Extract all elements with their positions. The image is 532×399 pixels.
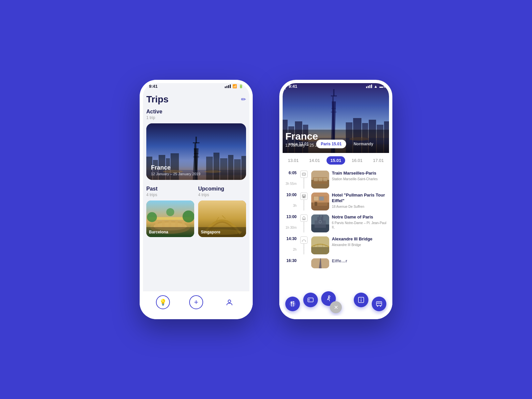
transport-icon: [300, 171, 308, 178]
svg-rect-122: [380, 306, 381, 307]
date-16[interactable]: 16.01: [348, 156, 367, 165]
fab-row: ✕: [279, 293, 392, 316]
item-info: Alexandre III Bridge Alexandre III Bridg…: [332, 236, 388, 247]
date-13[interactable]: 13.01: [284, 156, 303, 165]
bus-icon: [375, 300, 383, 308]
svg-rect-78: [304, 196, 305, 197]
info-icon: [357, 296, 365, 304]
active-label: Active: [146, 109, 246, 115]
city-tab-paris[interactable]: Paris 15.01: [316, 140, 346, 148]
item-card[interactable]: Alexandre III Bridge Alexandre III Bridg…: [311, 236, 388, 254]
connector: [300, 236, 308, 254]
fab-ticket[interactable]: [303, 293, 318, 307]
time-col: 6:05 3h 55m: [284, 171, 297, 189]
time-value: 16:30: [286, 258, 297, 263]
list-item: 16:30 Eiffe…r: [284, 258, 388, 268]
connector: [300, 258, 308, 268]
svg-point-108: [290, 301, 296, 307]
svg-rect-86: [303, 218, 305, 220]
svg-rect-67: [303, 175, 303, 176]
item-title: Eiffe…r: [332, 258, 388, 264]
active-trip-card[interactable]: France 12 January – 25 January 2019: [146, 123, 246, 180]
list-item: 10:00 3h: [284, 193, 388, 210]
fab-close[interactable]: ✕: [330, 301, 342, 313]
svg-rect-83: [314, 197, 319, 200]
svg-rect-84: [319, 197, 324, 200]
hero-overlay: France 12 January – 25 January 2019: [279, 125, 392, 153]
item-card[interactable]: Hotel "Pullman Paris Tour Eiffel" 18 Ave…: [311, 193, 388, 210]
item-title: Notre Dame of Paris: [332, 214, 388, 220]
date-17[interactable]: 17.01: [369, 156, 388, 165]
barcelona-card[interactable]: Barcelona: [146, 200, 194, 237]
city-tabs: ance 12.01 Paris 15.01 Normandy: [279, 140, 392, 148]
time-value: 10:00: [286, 193, 297, 197]
svg-rect-125: [379, 302, 381, 303]
landmark-icon: [300, 214, 308, 222]
duration-value: 2h: [293, 248, 297, 251]
close-icon: ✕: [334, 304, 338, 311]
explore-btn[interactable]: 💡: [156, 295, 170, 309]
trips-two-col: Past 4 trips: [146, 186, 246, 237]
city-tab-france[interactable]: ance 12.01: [284, 140, 314, 148]
time-col: 13:00 1h 30m: [284, 214, 297, 232]
trips-header: Trips ✏: [146, 94, 246, 105]
item-title: Hotel "Pullman Paris Tour Eiffel": [332, 193, 388, 204]
duration-value: 3h 55m: [286, 182, 297, 186]
profile-btn[interactable]: [222, 295, 236, 309]
status-icons-1: 📶 🔋: [225, 84, 243, 88]
phone-france-detail: 9:41 ▲ ▬: [279, 80, 392, 319]
duration-value: 1h 30m: [286, 226, 297, 229]
singapore-card[interactable]: Singapore: [198, 200, 246, 237]
edit-icon[interactable]: ✏: [241, 96, 246, 103]
battery-icon-2: ▬: [379, 84, 383, 88]
phone-trips: 9:41 📶 🔋 Trips ✏ Active 1 trip: [140, 80, 253, 319]
item-card[interactable]: Eiffe…r: [311, 258, 388, 268]
date-14[interactable]: 14.01: [305, 156, 324, 165]
connector: [300, 193, 308, 210]
signal-icon-2: [366, 84, 372, 88]
date-15[interactable]: 15.01: [327, 156, 345, 165]
item-card[interactable]: Train Marseilles-Paris Station Marseille…: [311, 171, 388, 189]
item-info: Hotel "Pullman Paris Tour Eiffel" 18 Ave…: [332, 193, 388, 209]
svg-rect-9: [196, 137, 197, 143]
add-trip-btn[interactable]: +: [189, 295, 203, 309]
battery-icon: 🔋: [239, 84, 243, 88]
wifi-icon: 📶: [232, 84, 237, 88]
svg-rect-73: [314, 178, 318, 181]
city-tab-normandy[interactable]: Normandy: [349, 140, 378, 148]
time-value: 14:30: [286, 236, 297, 241]
fab-info[interactable]: [354, 293, 368, 307]
status-bar-1: 9:41 📶 🔋: [140, 80, 253, 91]
item-thumbnail: [311, 214, 329, 232]
status-bar-2: 9:41 ▲ ▬: [279, 80, 392, 91]
svg-rect-11: [193, 157, 199, 157]
hotel-icon: [300, 193, 308, 200]
time-col: 14:30 2h: [284, 236, 297, 254]
trips-content: Trips ✏ Active 1 trip: [140, 91, 253, 291]
fab-food[interactable]: [285, 297, 300, 311]
fab-transport[interactable]: [372, 297, 386, 311]
time-col: 16:30: [284, 258, 297, 268]
svg-point-31: [147, 212, 157, 222]
trip-bg: France 12 January – 25 January 2019: [146, 123, 246, 180]
svg-rect-121: [377, 306, 378, 307]
barcelona-label: Barcelona: [149, 230, 168, 234]
svg-rect-99: [311, 247, 329, 254]
connector: [300, 214, 308, 232]
svg-point-116: [329, 296, 330, 298]
ticket-icon: [307, 296, 314, 304]
upcoming-count: 4 trips: [198, 193, 246, 197]
item-card[interactable]: Notre Dame of Paris 6 Parvis Notre-Dame …: [311, 214, 388, 232]
svg-rect-124: [377, 302, 379, 303]
svg-rect-66: [302, 173, 306, 175]
item-title: Train Marseilles-Paris: [332, 171, 388, 176]
wifi-icon-2: ▲: [374, 84, 378, 89]
active-count: 1 trip: [146, 115, 246, 120]
trip-overlay: France 12 January – 25 January 2019: [146, 160, 246, 180]
item-info: Eiffe…r: [332, 258, 388, 264]
item-thumbnail: [311, 258, 329, 268]
svg-rect-79: [303, 197, 305, 198]
page-title: Trips: [146, 94, 169, 105]
singapore-label: Singapore: [201, 230, 220, 234]
svg-rect-53: [332, 108, 336, 109]
